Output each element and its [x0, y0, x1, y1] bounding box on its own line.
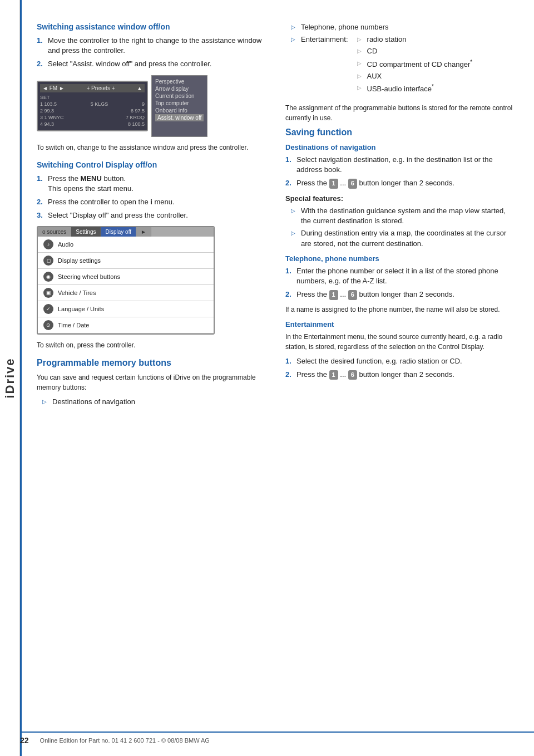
bullet-telephone: Telephone, phone numbers [285, 22, 517, 32]
dest-step-1-num: 1. [285, 155, 293, 175]
time-icon: ⊙ [43, 320, 53, 330]
cd-step-2: 2. Press the controller to open the i me… [37, 197, 269, 207]
screen-header-left: ◄ FM ► [42, 85, 65, 91]
sidebar-label: iDrive [0, 0, 20, 756]
programmable-bullets-start: Destinations of navigation [37, 397, 269, 407]
step-1-text: Move the controller to the right to chan… [48, 36, 269, 56]
menu-item-current: Current position [155, 92, 204, 100]
section-heading-programmable: Programmable memory buttons [37, 358, 269, 368]
step-2: 2. Select "Assist. window off" and press… [37, 59, 269, 69]
bullet-entertainment: Entertainment: radio station CD CD compa… [285, 35, 517, 99]
cd-step-2-text: Press the controller to open the i menu. [48, 197, 269, 207]
entertainment-subheading: Entertainment [285, 320, 517, 328]
tab-settings[interactable]: Settings [71, 227, 101, 237]
asterisk-1: * [470, 59, 472, 65]
sub-bullet-aux: AUX [352, 71, 473, 81]
time-label: Time / Date [58, 322, 89, 328]
sub-bullet-cd-changer: CD compartment of CD changer* [352, 58, 473, 70]
dest-step-1: 1. Select navigation destination, e.g. i… [285, 155, 517, 175]
section-control-display: Switching Control Display off/on 1. Pres… [37, 160, 269, 351]
radio-row-2: 2 99.36 97.5 [40, 108, 145, 114]
page-footer: 22 Online Edition for Part no. 01 41 2 6… [20, 732, 534, 745]
screen-simulation-area: ◄ FM ► + Presets + ▲ SET 1 103.55 KLGS9 … [37, 75, 269, 137]
cd-step-1-text: Press the MENU button.This opens the sta… [48, 174, 269, 194]
tab-bar: o sources Settings Display off ► [38, 227, 214, 237]
menu-item-assist: Assist. window off [155, 114, 204, 121]
control-display-note: To switch on, press the controller. [37, 340, 269, 350]
asterisk-2: * [432, 84, 434, 90]
vehicle-icon: ▣ [43, 288, 53, 298]
sidebar-text: iDrive [3, 357, 17, 398]
screen-presets: + Presets + [86, 85, 115, 91]
display-icon: ◻ [43, 256, 53, 266]
bullet-destinations-text: Destinations of navigation [52, 397, 135, 407]
cd-step-3-text: Select "Display off" and press the contr… [48, 210, 269, 220]
telephone-steps: 1. Enter the phone number or select it i… [285, 266, 517, 300]
radio-row-1: 1 103.55 KLGS9 [40, 101, 145, 107]
tel-button-1-badge: 1 [329, 290, 338, 300]
tel-button-6-badge: 6 [348, 290, 357, 300]
ent-step-1: 1. Select the desired function, e.g. rad… [285, 356, 517, 366]
cd-step-3-num: 3. [37, 210, 44, 220]
button-6-badge: 6 [348, 179, 357, 188]
tel-step-2-text: Press the 1 ... 6 button longer than 2 s… [296, 289, 517, 300]
dest-step-2-num: 2. [285, 178, 293, 188]
menu-item-onboard: Onboard info [155, 107, 204, 114]
two-column-layout: Switching assistance window off/on 1. Mo… [37, 22, 517, 734]
tab-display-off[interactable]: Display off [101, 227, 137, 237]
section-assistance-window: Switching assistance window off/on 1. Mo… [37, 22, 269, 153]
tab-arrow[interactable]: ► [136, 227, 151, 237]
settings-item-language: ✓ Language / Units [38, 301, 214, 317]
entertainment-sub-list: radio station CD CD compartment of CD ch… [352, 35, 473, 96]
special-bullets: With the destination guidance system and… [285, 206, 517, 249]
steering-icon: ◉ [43, 272, 53, 282]
section-heading-control-display: Switching Control Display off/on [37, 160, 269, 169]
step-2-text: Select "Assist. window off" and press th… [48, 59, 269, 69]
assignment-note: The assignment of the programmable butto… [285, 103, 517, 123]
vehicle-label: Vehicle / Tires [58, 289, 96, 296]
telephone-subheading: Telephone, phone numbers [285, 254, 517, 263]
saving-heading: Saving function [285, 127, 517, 138]
section-saving: Saving function Destinations of navigati… [285, 127, 517, 380]
continued-bullets: Telephone, phone numbers Entertainment: … [285, 22, 517, 99]
ent-step-1-num: 1. [285, 356, 293, 366]
control-display-steps-list: 1. Press the MENU button.This opens the … [37, 174, 269, 221]
section-heading-assistance: Switching assistance window off/on [37, 22, 269, 31]
settings-item-vehicle: ▣ Vehicle / Tires [38, 285, 214, 301]
left-column: Switching assistance window off/on 1. Mo… [37, 22, 269, 734]
bullet-telephone-text: Telephone, phone numbers [301, 22, 389, 32]
special-bullet-2-text: During destination entry via a map, the … [301, 228, 517, 248]
telephone-note: If a name is assigned to the phone numbe… [285, 305, 517, 315]
tab-sources[interactable]: o sources [38, 227, 71, 237]
menu-bold: MENU [81, 174, 102, 183]
vertical-accent-bar [20, 0, 22, 756]
language-icon: ✓ [43, 304, 53, 314]
programmable-intro: You can save and request certain functio… [37, 372, 269, 392]
settings-item-audio: ♪ Audio [38, 237, 214, 253]
assistance-note: To switch on, change to the assistance w… [37, 143, 269, 153]
screen-header: ◄ FM ► + Presets + ▲ [40, 84, 145, 92]
cd-step-3: 3. Select "Display off" and press the co… [37, 210, 269, 220]
menu-item-arrow: Arrow display [155, 85, 204, 92]
language-label: Language / Units [58, 306, 104, 312]
radio-screen: ◄ FM ► + Presets + ▲ SET 1 103.55 KLGS9 … [37, 81, 148, 131]
special-bullet-1: With the destination guidance system and… [285, 206, 517, 226]
sub-bullet-cd: CD [352, 46, 473, 56]
dest-step-2: 2. Press the 1 ... 6 button longer than … [285, 178, 517, 188]
audio-icon: ♪ [43, 239, 53, 249]
bullet-entertainment-text: Entertainment: [301, 35, 348, 99]
main-content: Switching assistance window off/on 1. Mo… [20, 0, 534, 756]
assistance-steps-list: 1. Move the controller to the right to c… [37, 36, 269, 70]
radio-row-4: 4 94.38 100.5 [40, 121, 145, 127]
tel-step-1-num: 1. [285, 266, 293, 286]
settings-screen: o sources Settings Display off ► ♪ Audio… [37, 226, 215, 335]
dest-step-2-text: Press the 1 ... 6 button longer than 2 s… [296, 178, 517, 188]
step-2-num: 2. [37, 59, 44, 69]
footer-text: Online Edition for Part no. 01 41 2 600 … [40, 737, 210, 744]
ent-step-2-text: Press the 1 ... 6 button longer than 2 s… [296, 370, 517, 380]
tel-step-1-text: Enter the phone number or select it in a… [296, 266, 517, 286]
sub-bullet-usb: USB-audio interface* [352, 83, 473, 95]
dest-step-1-text: Select navigation destination, e.g. in t… [296, 155, 517, 175]
context-menu: Perspective Arrow display Current positi… [151, 75, 207, 137]
settings-item-time: ⊙ Time / Date [38, 317, 214, 333]
